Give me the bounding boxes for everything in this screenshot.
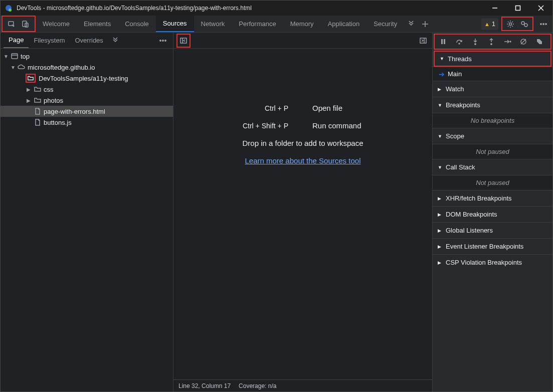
- tree-folder-photos[interactable]: ▶ photos: [1, 95, 173, 106]
- tab-console[interactable]: Console: [118, 16, 156, 32]
- svg-point-31: [510, 41, 511, 42]
- pane-scope[interactable]: ▼ Scope: [433, 128, 552, 144]
- file-icon: [34, 107, 42, 115]
- chevron-right-icon: ▶: [438, 87, 443, 92]
- chevron-right-icon: ▶: [438, 228, 443, 233]
- svg-point-29: [475, 44, 476, 45]
- pause-icon[interactable]: [437, 35, 450, 48]
- tab-network[interactable]: Network: [194, 16, 232, 32]
- more-options-icon[interactable]: [536, 17, 550, 31]
- settings-icon[interactable]: [503, 17, 517, 31]
- step-out-icon[interactable]: [485, 35, 498, 48]
- pause-exceptions-icon[interactable]: [533, 35, 546, 48]
- editor-toolbar: [173, 33, 432, 49]
- pane-callstack[interactable]: ▼ Call Stack: [433, 159, 552, 175]
- step-over-icon[interactable]: [453, 35, 466, 48]
- shortcut-desc: Run command: [312, 121, 383, 130]
- feedback-icon[interactable]: [517, 17, 531, 31]
- debugger-toolbar: [434, 34, 551, 50]
- minimize-button[interactable]: [483, 1, 506, 16]
- folder-icon: [34, 85, 42, 93]
- app-icon: [5, 4, 13, 12]
- shortcut-desc: Open file: [312, 104, 383, 112]
- svg-rect-3: [516, 6, 520, 11]
- svg-point-30: [491, 44, 492, 45]
- drop-hint: Drop in a folder to add to workspace: [243, 139, 363, 147]
- window-title: DevTools - microsoftedge.github.io/DevTo…: [17, 5, 483, 12]
- svg-rect-7: [23, 21, 27, 27]
- chevron-down-icon: ▼: [438, 165, 443, 170]
- more-subtabs-icon[interactable]: [108, 34, 122, 48]
- svg-point-12: [521, 22, 524, 25]
- window-icon: [11, 52, 19, 60]
- chevron-down-icon: ▼: [4, 54, 9, 59]
- cursor-position: Line 32, Column 17: [178, 382, 231, 389]
- device-toolbar-icon[interactable]: [19, 17, 33, 31]
- cloud-icon: [18, 63, 26, 71]
- svg-point-11: [509, 23, 512, 25]
- chevron-down-icon: ▼: [440, 56, 445, 61]
- chevron-down-icon: ▼: [438, 134, 443, 139]
- tree-top[interactable]: ▼ top: [1, 51, 173, 62]
- tree-file-page-errors[interactable]: ▶ page-with-errors.html: [1, 106, 173, 117]
- folder-icon: [34, 96, 42, 104]
- pane-xhr-breakpoints[interactable]: ▶ XHR/fetch Breakpoints: [433, 190, 552, 206]
- navigator-more-icon[interactable]: [156, 34, 170, 48]
- tab-welcome[interactable]: Welcome: [36, 16, 77, 32]
- chevron-right-icon: ▶: [438, 244, 443, 249]
- pane-event-listeners[interactable]: ▶ Event Listener Breakpoints: [433, 238, 552, 254]
- subtab-filesystem[interactable]: Filesystem: [29, 33, 70, 48]
- warning-count: 1: [492, 20, 495, 28]
- deactivate-breakpoints-icon[interactable]: [517, 35, 530, 48]
- svg-point-19: [165, 40, 166, 41]
- editor-empty-state: Ctrl + P Open file Ctrl + Shift + P Run …: [173, 49, 432, 379]
- shortcut-keys: Ctrl + Shift + P: [223, 122, 288, 130]
- settings-group: [501, 17, 533, 31]
- toggle-debugger-icon[interactable]: [416, 34, 430, 48]
- step-icon[interactable]: [501, 35, 514, 48]
- subtab-page[interactable]: Page: [4, 33, 29, 48]
- file-icon: [34, 118, 42, 126]
- close-button[interactable]: [529, 1, 552, 16]
- toggle-navigator-icon[interactable]: [176, 34, 191, 48]
- learn-more-link[interactable]: Learn more about the Sources tool: [245, 156, 361, 165]
- svg-rect-20: [12, 54, 18, 59]
- tree-folder-a11y[interactable]: ▼ DevToolsSamples/a11y-testing: [1, 73, 173, 84]
- coverage-status: Coverage: n/a: [239, 382, 276, 389]
- current-thread-icon: ➔: [439, 70, 445, 78]
- editor-statusbar: Line 32, Column 17 Coverage: n/a: [173, 379, 432, 391]
- step-into-icon[interactable]: [469, 35, 482, 48]
- tab-performance[interactable]: Performance: [232, 16, 283, 32]
- thread-main[interactable]: ➔ Main: [433, 67, 552, 81]
- tree-domain[interactable]: ▼ microsoftedge.github.io: [1, 62, 173, 73]
- pane-watch[interactable]: ▶ Watch: [433, 81, 552, 97]
- pane-dom-breakpoints[interactable]: ▶ DOM Breakpoints: [433, 206, 552, 222]
- pane-global-listeners[interactable]: ▶ Global Listeners: [433, 222, 552, 238]
- svg-point-16: [545, 23, 546, 24]
- chevron-right-icon: ▶: [27, 87, 32, 92]
- tab-memory[interactable]: Memory: [283, 16, 321, 32]
- svg-point-1: [9, 9, 12, 12]
- maximize-button[interactable]: [506, 1, 529, 16]
- tab-elements[interactable]: Elements: [77, 16, 118, 32]
- tab-security[interactable]: Security: [366, 16, 404, 32]
- svg-rect-27: [444, 39, 445, 44]
- tree-folder-css[interactable]: ▶ css: [1, 84, 173, 95]
- devtools-tabbar: Welcome Elements Console Sources Network…: [1, 16, 552, 33]
- sources-subtabs: Page Filesystem Overrides: [1, 33, 173, 49]
- subtab-overrides[interactable]: Overrides: [70, 33, 108, 48]
- tree-file-buttons[interactable]: ▶ buttons.js: [1, 117, 173, 128]
- pane-breakpoints[interactable]: ▼ Breakpoints: [433, 97, 552, 113]
- pane-csp-breakpoints[interactable]: ▶ CSP Violation Breakpoints: [433, 254, 552, 270]
- tab-application[interactable]: Application: [321, 16, 367, 32]
- chevron-right-icon: ▶: [438, 260, 443, 265]
- inspect-element-icon[interactable]: [5, 17, 19, 31]
- pane-threads[interactable]: ▼ Threads: [434, 51, 551, 67]
- more-tabs-icon[interactable]: [404, 17, 418, 31]
- svg-rect-26: [441, 39, 443, 44]
- add-tab-icon[interactable]: [418, 17, 432, 31]
- svg-point-17: [160, 40, 161, 41]
- folder-icon: [26, 74, 36, 83]
- issues-badge[interactable]: ▲ 1: [481, 19, 498, 30]
- tab-sources[interactable]: Sources: [156, 16, 194, 32]
